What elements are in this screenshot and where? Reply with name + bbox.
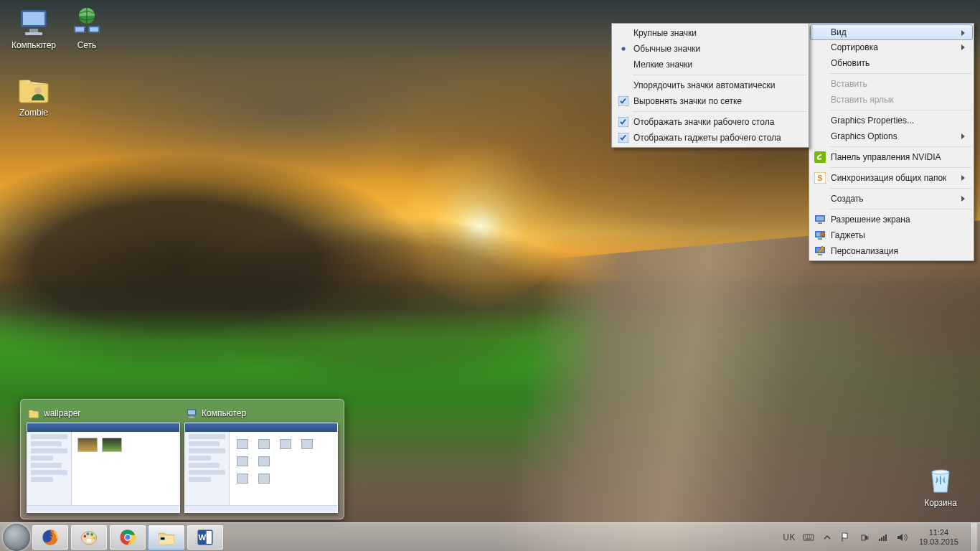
- menu-item-label: Мелкие значки: [633, 60, 692, 70]
- check-icon: [618, 117, 628, 127]
- desktop-icon-zombie[interactable]: Zombie: [7, 72, 60, 118]
- menu-item-label: Обычные значки: [633, 44, 700, 54]
- tray-time: 11:24: [919, 528, 958, 537]
- desktop-icon-label: Сеть: [60, 40, 113, 50]
- personalize-icon: [814, 245, 826, 257]
- submenu-arrow-icon: [959, 132, 968, 141]
- preview-title: Компьютер: [202, 408, 246, 418]
- menu-item[interactable]: Синхронизация общих папок: [811, 170, 972, 186]
- menu-item-label: Вставить ярлык: [831, 95, 894, 105]
- menu-item[interactable]: Graphics Properties...: [811, 113, 972, 128]
- check-icon: [618, 96, 628, 106]
- preview-title-row: wallpaper: [27, 405, 180, 423]
- system-tray: UK 11:24 19.03.2015: [783, 523, 980, 552]
- check-icon: [618, 133, 628, 143]
- volume-icon[interactable]: [896, 532, 908, 543]
- submenu-arrow-icon: [959, 174, 968, 182]
- menu-item-label: Вид: [831, 27, 847, 37]
- start-button[interactable]: [3, 524, 30, 551]
- menu-item-label: Вставить: [831, 79, 867, 89]
- submenu-arrow-icon: [959, 43, 968, 52]
- check-icon: [618, 44, 628, 54]
- menu-item-label: Персонализация: [831, 246, 898, 256]
- nvidia-icon: [814, 151, 826, 163]
- menu-item: Вставить: [811, 76, 972, 92]
- folder-icon: [17, 72, 51, 106]
- taskbar-preview-card[interactable]: wallpaper: [27, 405, 180, 513]
- desktop-icon-computer[interactable]: Компьютер: [7, 4, 60, 50]
- taskbar: UK 11:24 19.03.2015: [0, 522, 980, 551]
- menu-item-label: Отображать гаджеты рабочего стола: [633, 133, 781, 143]
- paint-icon: [80, 528, 98, 547]
- menu-item[interactable]: Обновить: [811, 55, 972, 71]
- preview-thumbnail: [184, 423, 338, 513]
- menu-item-label: Сортировка: [831, 42, 878, 52]
- taskbar-preview-card[interactable]: Компьютер: [184, 405, 338, 513]
- taskbar-button-firefox[interactable]: [32, 524, 69, 550]
- menu-item[interactable]: Выровнять значки по сетке: [613, 93, 807, 109]
- tray-overflow-icon[interactable]: [821, 532, 833, 543]
- taskbar-button-word[interactable]: [187, 524, 224, 550]
- word-icon: [196, 528, 215, 547]
- menu-item[interactable]: Гаджеты: [811, 227, 972, 243]
- action-center-icon[interactable]: [840, 532, 852, 543]
- folder-icon: [28, 408, 39, 419]
- desktop-context-menu: ВидСортировкаОбновитьВставитьВставить яр…: [809, 23, 974, 261]
- menu-item-label: Гаджеты: [831, 230, 865, 240]
- menu-item-label: Создать: [831, 194, 864, 204]
- preview-title: wallpaper: [44, 408, 80, 418]
- menu-item-label: Обновить: [831, 58, 870, 68]
- submenu-arrow-icon: [959, 194, 968, 203]
- menu-item[interactable]: Обычные значки: [613, 41, 807, 57]
- taskbar-button-paint[interactable]: [70, 524, 108, 550]
- menu-item: Вставить ярлык: [811, 92, 972, 108]
- menu-item-label: Graphics Properties...: [831, 116, 914, 126]
- menu-item[interactable]: Отображать значки рабочего стола: [613, 114, 807, 130]
- menu-item[interactable]: Вид: [810, 24, 973, 40]
- preview-thumbnail: [27, 423, 180, 513]
- tray-date: 19.03.2015: [919, 537, 958, 547]
- tray-clock[interactable]: 11:24 19.03.2015: [915, 528, 963, 547]
- view-submenu: Крупные значкиОбычные значкиМелкие значк…: [611, 23, 809, 148]
- menu-item[interactable]: Крупные значки: [613, 25, 807, 41]
- network-icon: [70, 4, 104, 39]
- menu-item-label: Разрешение экрана: [831, 215, 910, 225]
- menu-item-label: Выровнять значки по сетке: [633, 96, 742, 106]
- menu-item-label: Graphics Options: [831, 131, 897, 141]
- menu-item[interactable]: Разрешение экрана: [811, 212, 972, 227]
- chrome-icon: [118, 528, 137, 547]
- explorer-icon: [157, 528, 176, 547]
- network-signal-icon[interactable]: [877, 532, 889, 543]
- menu-item-label: Панель управления NVIDIA: [831, 152, 941, 162]
- computer-icon: [17, 4, 51, 39]
- power-icon[interactable]: [859, 532, 870, 543]
- menu-item[interactable]: Мелкие значки: [613, 57, 807, 72]
- tray-language[interactable]: UK: [783, 532, 796, 542]
- menu-item[interactable]: Упорядочить значки автоматически: [613, 77, 807, 93]
- recycle-bin-icon: [923, 462, 958, 496]
- menu-item-label: Упорядочить значки автоматически: [633, 80, 775, 90]
- desktop-icon-label: Zombie: [7, 108, 60, 118]
- taskbar-button-explorer[interactable]: [148, 524, 185, 550]
- show-desktop-button[interactable]: [970, 523, 977, 552]
- menu-item[interactable]: Отображать гаджеты рабочего стола: [613, 130, 807, 146]
- desktop-icon-network[interactable]: Сеть: [60, 4, 113, 50]
- menu-item-label: Крупные значки: [633, 28, 697, 38]
- keyboard-icon[interactable]: [803, 532, 814, 543]
- submenu-arrow-icon: [959, 29, 968, 37]
- computer-icon: [186, 408, 197, 419]
- preview-title-row: Компьютер: [184, 405, 338, 423]
- taskbar-button-chrome[interactable]: [109, 524, 146, 550]
- taskbar-preview-group: wallpaper Компьютер: [20, 399, 344, 519]
- menu-item[interactable]: Панель управления NVIDIA: [811, 149, 972, 165]
- desktop-icon-recycle-bin[interactable]: Корзина: [914, 462, 967, 508]
- sync-icon: [814, 172, 826, 184]
- menu-item[interactable]: Graphics Options: [811, 128, 972, 144]
- desktop-icon-label: Корзина: [914, 498, 967, 508]
- gadgets-icon: [814, 230, 826, 241]
- desktop-icon-label: Компьютер: [7, 40, 60, 50]
- menu-item[interactable]: Создать: [811, 191, 972, 207]
- menu-item[interactable]: Персонализация: [811, 243, 972, 259]
- menu-item[interactable]: Сортировка: [811, 39, 972, 55]
- menu-item-label: Синхронизация общих папок: [831, 173, 946, 183]
